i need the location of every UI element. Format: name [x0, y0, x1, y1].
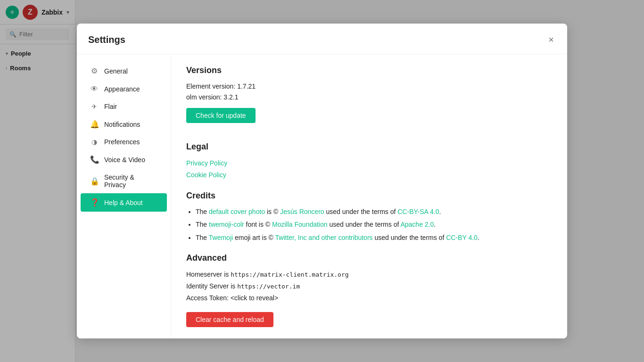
olm-version-label: olm version: — [186, 93, 222, 101]
nav-item-security-privacy[interactable]: 🔒 Security & Privacy — [81, 169, 167, 193]
twitter-contributors-link[interactable]: Twitter, Inc and other contributors — [275, 234, 373, 241]
help-icon: ❓ — [90, 198, 99, 207]
settings-content: Versions Element version: 1.7.21 olm ver… — [171, 54, 567, 338]
twemoji-colr-link[interactable]: twemoji-colr — [209, 221, 244, 228]
settings-nav: ⚙ General 👁 Appearance ✈ Flair 🔔 Notific… — [77, 54, 171, 338]
list-item: The default cover photo is © Jesús Ronce… — [196, 206, 552, 218]
nav-label-general: General — [104, 67, 128, 75]
nav-label-help-about: Help & About — [104, 199, 143, 206]
modal-overlay: Settings × ⚙ General 👁 Appearance ✈ Flai… — [0, 0, 644, 362]
nav-item-appearance[interactable]: 👁 Appearance — [81, 80, 167, 98]
jesus-roncero-link[interactable]: Jesús Roncero — [280, 208, 324, 215]
credits-list: The default cover photo is © Jesús Ronce… — [186, 206, 552, 244]
close-button[interactable]: × — [546, 33, 556, 46]
nav-item-preferences[interactable]: ◑ Preferences — [81, 133, 167, 150]
versions-title: Versions — [186, 66, 552, 75]
nav-label-security-privacy: Security & Privacy — [104, 173, 157, 189]
default-cover-photo-link[interactable]: default cover photo — [209, 208, 265, 215]
identity-server-label: Identity Server is — [186, 282, 235, 290]
modal-title: Settings — [88, 34, 125, 45]
nav-item-general[interactable]: ⚙ General — [81, 62, 167, 80]
bell-icon: 🔔 — [90, 120, 99, 129]
identity-server-value: https://vector.im — [237, 283, 300, 290]
lock-icon: 🔒 — [90, 177, 99, 186]
cc-by-sa-link[interactable]: CC-BY-SA 4.0 — [397, 208, 439, 215]
nav-label-voice-video: Voice & Video — [104, 156, 145, 164]
mozilla-foundation-link[interactable]: Mozilla Foundation — [272, 221, 328, 228]
advanced-title: Advanced — [186, 253, 552, 263]
nav-item-voice-video[interactable]: 📞 Voice & Video — [81, 150, 167, 169]
advanced-section: Advanced Homeserver is https://matrix-cl… — [186, 253, 552, 327]
nav-label-preferences: Preferences — [104, 138, 140, 146]
credits-title: Credits — [186, 191, 552, 201]
apache-link[interactable]: Apache 2.0 — [400, 221, 434, 228]
preferences-icon: ◑ — [90, 138, 99, 146]
phone-icon: 📞 — [90, 155, 99, 164]
flair-icon: ✈ — [90, 103, 99, 110]
cookie-policy-link[interactable]: Cookie Policy — [186, 169, 552, 181]
element-version-label: Element version: — [186, 82, 235, 90]
list-item: The twemoji-colr font is © Mozilla Found… — [196, 219, 552, 230]
legal-title: Legal — [186, 142, 552, 152]
clear-cache-button[interactable]: Clear cache and reload — [186, 312, 273, 327]
modal-header: Settings × — [77, 24, 567, 54]
nav-label-notifications: Notifications — [104, 121, 140, 128]
nav-label-flair: Flair — [104, 103, 117, 110]
legal-section: Legal Privacy Policy Cookie Policy — [186, 142, 552, 181]
check-update-button[interactable]: Check for update — [186, 108, 256, 123]
list-item: The Twemoji emoji art is © Twitter, Inc … — [196, 232, 552, 244]
homeserver-value: https://matrix-client.matrix.org — [231, 271, 348, 278]
versions-section: Versions Element version: 1.7.21 olm ver… — [186, 66, 552, 134]
nav-item-flair[interactable]: ✈ Flair — [81, 98, 167, 115]
gear-icon: ⚙ — [90, 66, 99, 75]
settings-modal: Settings × ⚙ General 👁 Appearance ✈ Flai… — [77, 24, 567, 338]
credits-section: Credits The default cover photo is © Jes… — [186, 191, 552, 244]
nav-item-help-about[interactable]: ❓ Help & About — [81, 193, 167, 212]
nav-item-notifications[interactable]: 🔔 Notifications — [81, 115, 167, 133]
privacy-policy-link[interactable]: Privacy Policy — [186, 157, 552, 169]
access-token-label: Access Token: <click to reveal> — [186, 294, 278, 302]
element-version-value: 1.7.21 — [237, 82, 256, 90]
nav-label-appearance: Appearance — [104, 85, 140, 93]
advanced-info: Homeserver is https://matrix-client.matr… — [186, 269, 552, 304]
cc-by-link[interactable]: CC-BY 4.0 — [446, 234, 478, 241]
homeserver-label: Homeserver is — [186, 271, 229, 278]
eye-icon: 👁 — [90, 85, 99, 93]
twemoji-link[interactable]: Twemoji — [209, 234, 233, 241]
olm-version-value: 3.2.1 — [223, 93, 238, 101]
version-info: Element version: 1.7.21 olm version: 3.2… — [186, 81, 552, 102]
modal-body: ⚙ General 👁 Appearance ✈ Flair 🔔 Notific… — [77, 54, 567, 338]
